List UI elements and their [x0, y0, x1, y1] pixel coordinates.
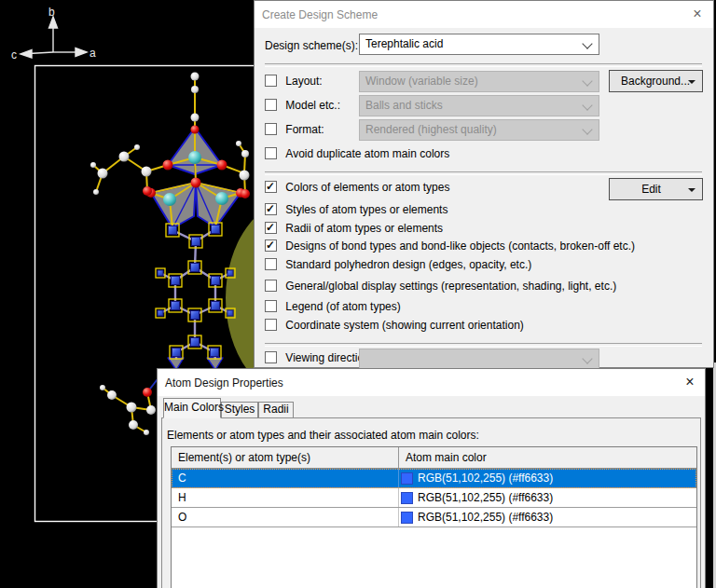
- layout-checkbox-row[interactable]: Layout:: [265, 75, 323, 89]
- chevron-down-icon: [582, 353, 592, 363]
- color-value: RGB(51,102,255) (#ff6633): [418, 491, 553, 504]
- close-icon[interactable]: ×: [680, 372, 700, 392]
- table-row[interactable]: C RGB(51,102,255) (#ff6633): [172, 469, 696, 488]
- general-settings-checkbox-row[interactable]: General/global display settings (represe…: [265, 280, 616, 294]
- styles-checkbox[interactable]: [265, 203, 277, 215]
- chevron-down-icon: [582, 124, 592, 134]
- polyhedron-checkbox[interactable]: [265, 258, 277, 270]
- layout-combobox: Window (variable size): [359, 71, 599, 92]
- axis-c-label: c: [11, 48, 17, 62]
- background-button-label: Background...: [621, 75, 690, 88]
- legend-checkbox[interactable]: [265, 300, 277, 312]
- radii-label: Radii of atom types or elements: [285, 222, 443, 235]
- color-value: RGB(51,102,255) (#ff6633): [418, 511, 553, 524]
- chevron-down-icon: [582, 100, 592, 110]
- table-row[interactable]: O RGB(51,102,255) (#ff6633): [172, 508, 696, 527]
- create-design-scheme-dialog: Create Design Scheme × Design scheme(s):…: [254, 0, 714, 368]
- format-checkbox[interactable]: [265, 123, 277, 135]
- atom-dialog-titlebar[interactable]: Atom Design Properties ×: [158, 369, 705, 396]
- polyhedron-label: Standard polyhedron design (edges, opaci…: [285, 258, 531, 271]
- color-swatch: [401, 472, 413, 485]
- coordinate-system-checkbox-row[interactable]: Coordinate system (showing current orien…: [265, 319, 524, 333]
- tab-radii[interactable]: Radii: [258, 402, 294, 418]
- color-cell[interactable]: RGB(51,102,255) (#ff6633): [399, 508, 696, 526]
- general-settings-label: General/global display settings (represe…: [285, 280, 616, 293]
- tab-styles[interactable]: Styles: [221, 402, 258, 418]
- color-cell[interactable]: RGB(51,102,255) (#ff6633): [399, 488, 696, 507]
- separator: [265, 343, 702, 347]
- coordinate-system-label: Coordinate system (showing current orien…: [285, 319, 523, 332]
- format-label: Format:: [285, 123, 324, 136]
- design-scheme-combobox[interactable]: Terephtalic acid: [359, 34, 599, 55]
- scheme-dialog-titlebar[interactable]: Create Design Scheme ×: [255, 1, 713, 28]
- layout-value: Window (variable size): [365, 75, 478, 88]
- chevron-down-icon: [582, 38, 592, 48]
- column-header-element[interactable]: Element(s) or atom type(s): [172, 447, 399, 468]
- format-checkbox-row[interactable]: Format:: [265, 123, 324, 137]
- model-value: Balls and sticks: [365, 99, 443, 112]
- separator: [265, 171, 702, 175]
- design-scheme-label: Design scheme(s):: [265, 39, 358, 52]
- legend-checkbox-row[interactable]: Legend (of atom types): [265, 300, 401, 314]
- edit-button-label: Edit: [641, 183, 661, 196]
- general-settings-checkbox[interactable]: [265, 280, 277, 292]
- color-cell[interactable]: RGB(51,102,255) (#ff6633): [399, 469, 696, 487]
- app-window: { "viewport": { "axis_a": "a", "axis_b":…: [0, 0, 716, 588]
- polyhedron-checkbox-row[interactable]: Standard polyhedron design (edges, opaci…: [265, 258, 531, 272]
- model-checkbox-row[interactable]: Model etc.:: [265, 99, 340, 113]
- viewing-direction-combobox: [359, 349, 599, 369]
- color-swatch: [401, 492, 413, 504]
- tab-main-colors[interactable]: Main Colors: [163, 398, 221, 418]
- column-header-color[interactable]: Atom main color: [399, 447, 696, 468]
- atom-dialog-title: Atom Design Properties: [165, 376, 283, 390]
- edit-button[interactable]: Edit: [609, 178, 703, 200]
- coordinate-system-checkbox[interactable]: [265, 319, 277, 331]
- legend-label: Legend (of atom types): [285, 300, 400, 313]
- background-button[interactable]: Background...: [609, 70, 703, 92]
- styles-label: Styles of atom types or elements: [285, 203, 448, 216]
- model-checkbox[interactable]: [265, 99, 277, 111]
- radii-checkbox-row[interactable]: Radii of atom types or elements: [265, 222, 443, 236]
- format-value: Rendered (highest quality): [365, 123, 497, 136]
- format-combobox: Rendered (highest quality): [359, 119, 599, 141]
- table-row[interactable]: H RGB(51,102,255) (#ff6633): [172, 488, 696, 508]
- color-swatch: [401, 512, 413, 524]
- design-scheme-value: Terephtalic acid: [365, 37, 443, 50]
- model-label: Model etc.:: [285, 99, 340, 112]
- model-combobox: Balls and sticks: [359, 95, 599, 116]
- avoid-duplicate-checkbox[interactable]: [265, 147, 277, 159]
- viewing-direction-checkbox-row[interactable]: Viewing direction:: [265, 351, 373, 365]
- atom-color-table: Element(s) or atom type(s) Atom main col…: [171, 446, 697, 588]
- avoid-duplicate-checkbox-row[interactable]: Avoid duplicate atom main colors: [265, 147, 449, 161]
- axis-a-label: a: [90, 47, 96, 60]
- axis-b-label: b: [48, 6, 55, 19]
- colors-checkbox[interactable]: [265, 181, 277, 193]
- viewing-direction-checkbox[interactable]: [265, 351, 277, 363]
- dropdown-arrow-icon: [688, 188, 695, 196]
- element-cell[interactable]: H: [172, 488, 399, 507]
- dropdown-arrow-icon: [688, 80, 695, 88]
- avoid-duplicate-label: Avoid duplicate atom main colors: [285, 147, 449, 160]
- table-description: Elements or atom types and their associa…: [167, 429, 479, 442]
- bond-designs-checkbox[interactable]: [265, 239, 277, 252]
- radii-checkbox[interactable]: [265, 222, 277, 234]
- atom-design-properties-dialog: Atom Design Properties × Main Colors Sty…: [157, 368, 706, 588]
- element-cell[interactable]: C: [172, 469, 399, 487]
- separator: [265, 63, 702, 67]
- table-header-row: Element(s) or atom type(s) Atom main col…: [172, 447, 696, 469]
- bond-designs-checkbox-row[interactable]: Designs of bond types and bond-like obje…: [265, 239, 635, 253]
- styles-checkbox-row[interactable]: Styles of atom types or elements: [265, 203, 448, 217]
- bond-designs-label: Designs of bond types and bond-like obje…: [285, 239, 635, 253]
- chevron-down-icon: [582, 75, 592, 86]
- layout-label: Layout:: [285, 75, 322, 88]
- colors-label: Colors of elements or atom types: [285, 181, 449, 194]
- colors-checkbox-row[interactable]: Colors of elements or atom types: [265, 181, 449, 195]
- layout-checkbox[interactable]: [265, 75, 277, 87]
- close-icon[interactable]: ×: [687, 4, 708, 24]
- color-value: RGB(51,102,255) (#ff6633): [418, 472, 553, 485]
- element-cell[interactable]: O: [172, 508, 399, 526]
- scheme-dialog-title: Create Design Scheme: [262, 8, 378, 21]
